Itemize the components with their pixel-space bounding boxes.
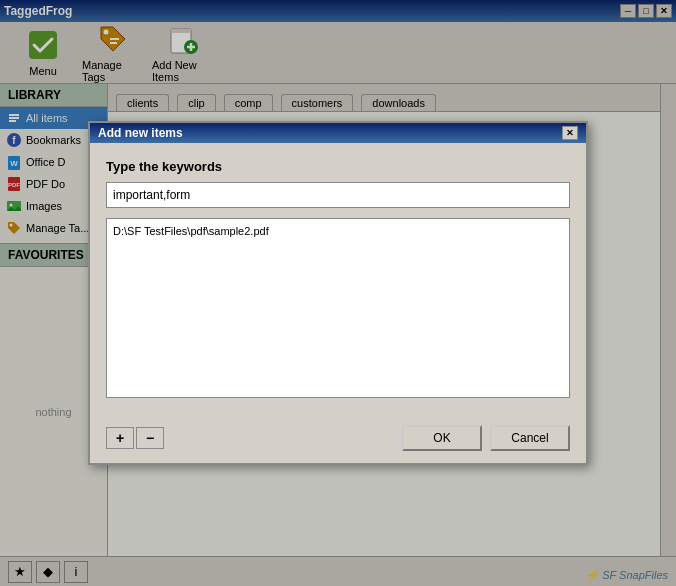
cancel-button[interactable]: Cancel	[490, 425, 570, 451]
modal-title: Add new items	[98, 126, 183, 140]
remove-file-button[interactable]: −	[136, 427, 164, 449]
action-buttons: OK Cancel	[402, 425, 570, 451]
add-new-items-dialog: Add new items ✕ Type the keywords D:\SF …	[88, 121, 588, 465]
modal-close-button[interactable]: ✕	[562, 126, 578, 140]
modal-bottom: + − OK Cancel	[90, 417, 586, 463]
files-textarea[interactable]: D:\SF TestFiles\pdf\sample2.pdf	[106, 218, 570, 398]
modal-body: Type the keywords D:\SF TestFiles\pdf\sa…	[90, 143, 586, 417]
type-keywords-label: Type the keywords	[106, 159, 570, 174]
keywords-input[interactable]	[106, 182, 570, 208]
modal-overlay: Add new items ✕ Type the keywords D:\SF …	[0, 0, 676, 586]
modal-titlebar: Add new items ✕	[90, 123, 586, 143]
add-remove-controls: + −	[106, 427, 164, 449]
add-file-button[interactable]: +	[106, 427, 134, 449]
ok-button[interactable]: OK	[402, 425, 482, 451]
